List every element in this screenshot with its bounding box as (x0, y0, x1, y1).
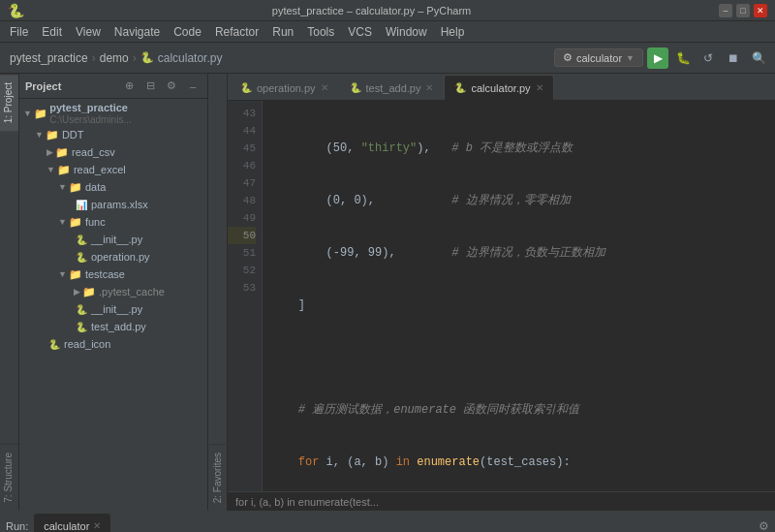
code-line-48: # 遍历测试数据，enumerate 函数同时获取索引和值 (270, 401, 767, 419)
project-tree: ▼ 📁 pytest_practice C:\Users\adminis... … (19, 99, 207, 511)
project-add-btn[interactable]: ⊕ (120, 78, 138, 95)
window-title: pytest_practice – calculator.py – PyChar… (24, 5, 719, 16)
search-everywhere-button[interactable]: 🔍 (748, 47, 769, 69)
tree-item-operation[interactable]: 🐍 operation.py (19, 248, 207, 266)
menu-item-run[interactable]: Run (266, 23, 299, 41)
run-panel: Run: calculator ✕ ⚙ ▶ ⏹ ↑ ↓ ≡ 🖨 D:\Pytho… (0, 511, 775, 532)
close-button[interactable]: ✕ (754, 4, 767, 17)
title-bar: 🐍 pytest_practice – calculator.py – PyCh… (0, 0, 775, 21)
project-settings-btn[interactable]: ⚙ (163, 78, 180, 95)
editor-area: 🐍 operation.py ✕ 🐍 test_add.py ✕ 🐍 calcu… (228, 74, 775, 511)
run-button[interactable]: ▶ (647, 47, 668, 69)
run-config-label: calculator (576, 52, 622, 64)
code-content[interactable]: (50, "thirty"), # b 不是整数或浮点数 (0, 0), # 边… (263, 101, 775, 491)
run-tab-close[interactable]: ✕ (93, 520, 101, 531)
menu-item-code[interactable]: Code (168, 23, 207, 41)
menu-item-window[interactable]: Window (380, 23, 433, 41)
tree-item-params[interactable]: 📊 params.xlsx (19, 196, 207, 213)
right-side-tabs: 2: Favorites (208, 74, 228, 511)
breadcrumb-file[interactable]: calculator.py (158, 51, 223, 65)
main-area: 1: Project 7: Structure Project ⊕ ⊟ ⚙ – … (0, 74, 775, 511)
editor-tabs: 🐍 operation.py ✕ 🐍 test_add.py ✕ 🐍 calcu… (228, 74, 775, 101)
line-numbers: 43 44 45 46 47 48 49 50 51 52 53 (228, 101, 263, 491)
breadcrumb: pytest_practice › demo › 🐍 calculator.py (10, 51, 222, 65)
code-line-49: for i, (a, b) in enumerate(test_cases): (270, 454, 767, 471)
tree-item-root[interactable]: ▼ 📁 pytest_practice C:\Users\adminis... (19, 101, 207, 126)
menu-item-help[interactable]: Help (435, 23, 471, 41)
menu-item-tools[interactable]: Tools (301, 23, 340, 41)
menu-item-refactor[interactable]: Refactor (209, 23, 264, 41)
tree-item-testcase-init[interactable]: 🐍 __init__.py (19, 300, 207, 318)
menu-item-view[interactable]: View (70, 23, 107, 41)
tab-test-add-label: test_add.py (366, 82, 421, 94)
run-tab-calculator[interactable]: calculator ✕ (34, 514, 110, 533)
tree-item-data[interactable]: ▼ 📁 data (19, 178, 207, 196)
run-config-selector[interactable]: ⚙ calculator ▼ (554, 48, 643, 67)
breadcrumb-project[interactable]: pytest_practice (10, 51, 88, 65)
breadcrumb-folder[interactable]: demo (100, 51, 129, 65)
tree-item-func-init[interactable]: 🐍 __init__.py (19, 231, 207, 248)
project-title: Project (25, 80, 116, 92)
tab-test-add-close[interactable]: ✕ (425, 82, 433, 93)
menu-item-edit[interactable]: Edit (36, 23, 68, 41)
tree-item-test-add[interactable]: 🐍 test_add.py (19, 318, 207, 335)
code-line-46: ] (270, 297, 767, 314)
maximize-button[interactable]: □ (736, 4, 750, 17)
tab-calculator[interactable]: 🐍 calculator.py ✕ (444, 75, 553, 100)
menu-item-file[interactable]: File (4, 23, 34, 41)
tab-operation-close[interactable]: ✕ (321, 82, 328, 93)
editor-breadcrumb: for i, (a, b) in enumerate(test... (228, 491, 775, 511)
tab-calculator-close[interactable]: ✕ (536, 82, 543, 93)
tab-operation[interactable]: 🐍 operation.py ✕ (230, 75, 339, 100)
code-editor[interactable]: 43 44 45 46 47 48 49 50 51 52 53 (50, "t… (228, 101, 775, 491)
menu-item-navigate[interactable]: Navigate (108, 23, 166, 41)
tab-test-add[interactable]: 🐍 test_add.py ✕ (339, 75, 445, 100)
tree-item-testcase[interactable]: ▼ 📁 testcase (19, 266, 207, 283)
side-tab-structure[interactable]: 7: Structure (0, 444, 18, 511)
menu-bar: FileEditViewNavigateCodeRefactorRunTools… (0, 21, 775, 43)
editor-breadcrumb-text: for i, (a, b) in enumerate(test... (235, 496, 379, 508)
menu-item-vcs[interactable]: VCS (342, 23, 378, 41)
project-header: Project ⊕ ⊟ ⚙ – (19, 74, 207, 99)
project-panel: Project ⊕ ⊟ ⚙ – ▼ 📁 pytest_practice C:\U… (19, 74, 208, 511)
tab-operation-label: operation.py (257, 82, 316, 94)
side-tab-project[interactable]: 1: Project (0, 74, 18, 131)
tab-calculator-label: calculator.py (471, 82, 530, 94)
code-line-43: (50, "thirty"), # b 不是整数或浮点数 (270, 140, 767, 157)
toolbar: pytest_practice › demo › 🐍 calculator.py… (0, 43, 775, 74)
debug-button[interactable]: 🐛 (672, 47, 694, 69)
run-config-area: ⚙ calculator ▼ ▶ 🐛 ↺ ⏹ 🔍 (554, 47, 769, 69)
rerun-button[interactable]: ↺ (698, 47, 719, 69)
project-collapse-btn[interactable]: – (184, 78, 202, 95)
stop-button[interactable]: ⏹ (723, 47, 744, 69)
tree-item-read-csv[interactable]: ▶ 📁 read_csv (19, 143, 207, 161)
tree-item-pytest-cache[interactable]: ▶ 📁 .pytest_cache (19, 283, 207, 300)
window-controls: – □ ✕ (719, 4, 767, 17)
side-tab-favorites[interactable]: 2: Favorites (209, 444, 226, 511)
project-minus-btn[interactable]: ⊟ (141, 78, 159, 95)
tree-item-func[interactable]: ▼ 📁 func (19, 213, 207, 231)
code-line-47 (270, 349, 767, 366)
code-line-44: (0, 0), # 边界情况，零零相加 (270, 192, 767, 209)
tree-item-read-icon[interactable]: 🐍 read_icon (19, 335, 207, 353)
tree-item-ddt[interactable]: ▼ 📁 DDT (19, 126, 207, 143)
tree-item-read-excel[interactable]: ▼ 📁 read_excel (19, 161, 207, 178)
run-tab-settings[interactable]: ⚙ (759, 519, 769, 533)
code-line-45: (-99, 99), # 边界情况，负数与正数相加 (270, 244, 767, 262)
run-tab-label: calculator (44, 520, 89, 532)
minimize-button[interactable]: – (719, 4, 732, 17)
left-side-tabs: 1: Project 7: Structure (0, 74, 19, 511)
run-tabs: Run: calculator ✕ ⚙ (0, 513, 775, 532)
